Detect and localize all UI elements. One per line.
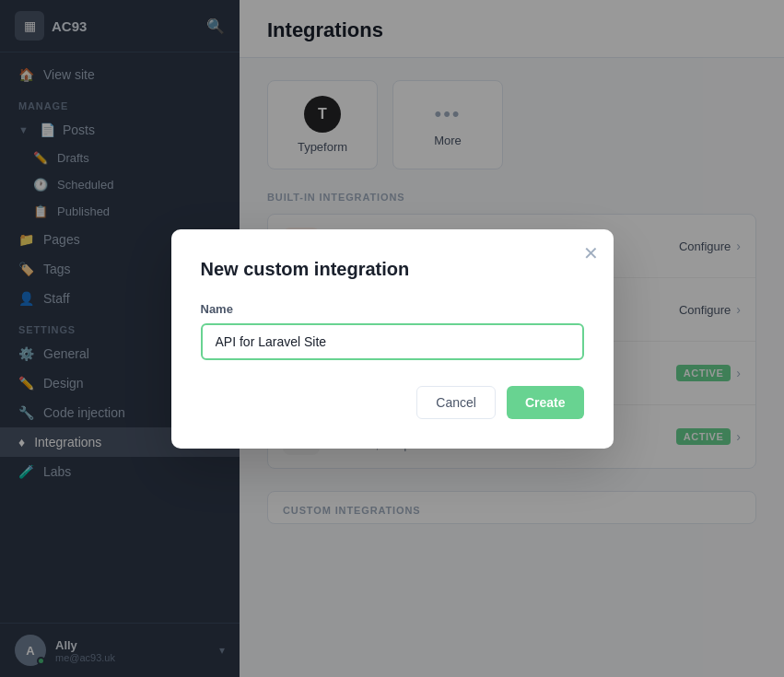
new-custom-integration-modal: ✕ New custom integration Name Cancel Cre… (171, 229, 614, 449)
cancel-button[interactable]: Cancel (416, 386, 496, 419)
create-button[interactable]: Create (507, 386, 584, 419)
modal-close-button[interactable]: ✕ (583, 244, 599, 263)
modal-overlay: ✕ New custom integration Name Cancel Cre… (0, 0, 784, 677)
integration-name-input[interactable] (201, 323, 584, 360)
modal-actions: Cancel Create (201, 386, 584, 419)
modal-title: New custom integration (201, 259, 584, 280)
name-field-label: Name (201, 302, 584, 316)
